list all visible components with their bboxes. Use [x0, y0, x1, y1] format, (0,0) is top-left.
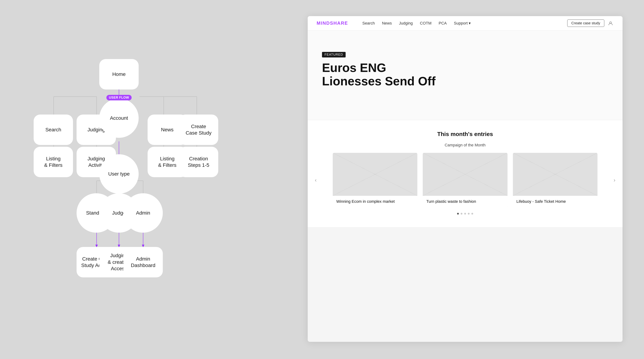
entries-section: This month's entries Campaign of the Mon… [308, 120, 622, 227]
node-search: Search [34, 115, 73, 145]
dot-2[interactable] [464, 213, 466, 215]
entry-card-0[interactable]: Winning Ecom in complex market [333, 153, 417, 207]
nav-support[interactable]: Support ▾ [454, 21, 471, 26]
card-image-1 [423, 153, 507, 196]
node-create-case-study: Create Case Study [179, 115, 218, 145]
entry-card-2[interactable]: Lifebuoy - Safe Ticket Home [513, 153, 598, 207]
nav-judging[interactable]: Judging [399, 21, 413, 26]
carousel-dots [322, 213, 608, 215]
node-user-type: User type [99, 154, 139, 194]
dot-0[interactable] [457, 213, 459, 215]
card-title-2: Lifebuoy - Safe Ticket Home [516, 199, 594, 204]
cotm-label: Campaign of the Month [322, 143, 608, 147]
node-account: USER FLOW Account [99, 98, 139, 138]
hero-section: FEATURED Euros ENG Lionesses Send Off [308, 31, 622, 120]
nav-news[interactable]: News [382, 21, 392, 26]
card-title-1: Turn plastic waste to fashion [426, 199, 504, 204]
flow-diagram: Home Search Judging USER FLOW Account Ne… [0, 0, 300, 359]
card-image-0 [333, 153, 417, 196]
nav-links: Search News Judging COTM PCA Support ▾ [362, 21, 562, 26]
user-icon[interactable] [608, 20, 614, 26]
carousel-prev-button[interactable]: ‹ [311, 176, 320, 185]
cards-row: Winning Ecom in complex market Turn plas… [333, 153, 598, 207]
hero-title: Euros ENG Lionesses Send Off [322, 61, 608, 88]
entry-card-1[interactable]: Turn plastic waste to fashion [423, 153, 507, 207]
featured-badge: FEATURED [322, 52, 346, 58]
nav-pca[interactable]: PCA [439, 21, 447, 26]
node-home: Home [99, 59, 139, 90]
nav-search[interactable]: Search [362, 21, 375, 26]
dot-3[interactable] [468, 213, 470, 215]
node-listing-filters-left: Listing & Filters [34, 147, 73, 177]
node-admin-dashboard: Admin Dashboard [124, 247, 163, 277]
browser-mockup: MINDSHARE Search News Judging COTM PCA S… [308, 16, 622, 342]
dot-1[interactable] [461, 213, 462, 215]
card-image-2 [513, 153, 598, 196]
nav-cotm[interactable]: COTM [420, 21, 432, 26]
card-title-0: Winning Ecom in complex market [336, 199, 414, 204]
brand-logo: MINDSHARE [317, 21, 348, 26]
carousel-next-button[interactable]: › [610, 176, 619, 185]
userflow-badge: USER FLOW [106, 95, 132, 100]
nav-bar: MINDSHARE Search News Judging COTM PCA S… [308, 16, 622, 31]
create-case-study-button[interactable]: Create case study [567, 20, 604, 27]
node-creation-steps: Creation Steps 1-5 [179, 147, 218, 177]
dot-4[interactable] [471, 213, 473, 215]
node-admin: Admin [124, 193, 163, 233]
entries-title: This month's entries [322, 131, 608, 137]
